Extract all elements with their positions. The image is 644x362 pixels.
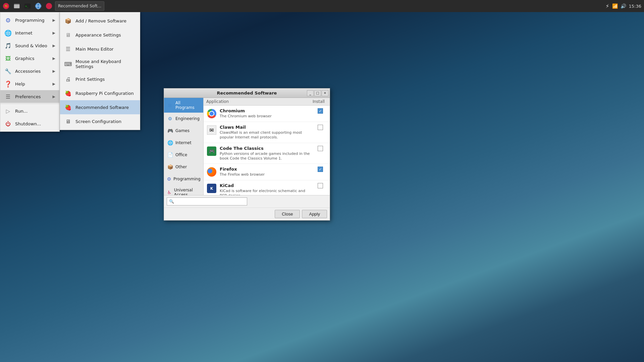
menu-arrow-sound-video: ▶ (53, 44, 55, 48)
terminal-icon[interactable]: >_ (23, 1, 32, 11)
search-icon: 🔍 (169, 199, 174, 204)
office-icon: 📄 (167, 152, 173, 158)
menu-item-run-label: Run... (15, 109, 28, 114)
file-manager-icon[interactable] (12, 1, 21, 11)
svg-text:>_: >_ (25, 5, 29, 8)
chromium-info: Chromium The Chromium web browser (220, 108, 311, 119)
search-bar: 🔍 (164, 195, 330, 208)
menu-item-programming[interactable]: ⚙ Programming ▶ (0, 14, 59, 26)
firefox-desc: The Firefox web browser (220, 172, 311, 177)
clawsmail-icon: ✉ (207, 125, 216, 135)
window-maximize-button[interactable]: □ (314, 90, 321, 96)
cat-all-programs-label: All Programs (175, 101, 201, 110)
codeclassics-icon-wrap: 🎮 (206, 146, 217, 157)
pref-raspi-config[interactable]: 🍓 Raspberry Pi Configuration (60, 86, 140, 100)
accessories-icon: 🔧 (4, 67, 12, 75)
chromium-desc: The Chromium web browser (220, 114, 311, 119)
chromium-check (314, 108, 327, 114)
menu-item-accessories[interactable]: 🔧 Accessories ▶ (0, 65, 59, 77)
apply-button[interactable]: Apply (302, 210, 327, 218)
close-button[interactable]: Close (275, 210, 300, 218)
window-close-button[interactable]: ✕ (322, 90, 328, 96)
main-menu: ⚙ Programming ▶ 🌐 Internet ▶ 🎵 Sound & V… (0, 12, 60, 132)
codeclassics-icon: 🎮 (207, 146, 216, 156)
window-minimize-button[interactable]: _ (307, 90, 314, 96)
chromium-name: Chromium (220, 108, 311, 113)
taskbar-active-app[interactable]: Recommended Soft... (55, 1, 104, 11)
clawsmail-name: Claws Mail (220, 125, 311, 130)
menu-item-help[interactable]: ❓ Help ▶ (0, 77, 59, 90)
raspberry-pi-menu-icon[interactable]: 🍓 (1, 1, 11, 11)
taskbar-app-label: Recommended Soft... (58, 4, 101, 8)
cat-internet[interactable]: 🌐 Internet (164, 137, 203, 149)
menu-item-shutdown-label: Shutdown... (15, 121, 41, 126)
engineering-icon: ⚙ (167, 115, 173, 122)
pref-mouse-keyboard[interactable]: ⌨ Mouse and Keyboard Settings (60, 56, 140, 72)
menu-item-graphics[interactable]: 🖼 Graphics ▶ (0, 52, 59, 65)
clawsmail-checkbox[interactable] (318, 125, 323, 130)
kicad-checkbox[interactable] (318, 183, 323, 188)
pref-screen-config[interactable]: 🖥 Screen Configuration (60, 114, 140, 128)
cat-programming-label: Programming (173, 177, 201, 181)
window-controls: _ □ ✕ (307, 90, 328, 96)
mouse-keyboard-icon: ⌨ (64, 60, 72, 68)
pref-rec-software-label: Recommended Software (75, 105, 129, 110)
games-icon: 🎮 (167, 127, 173, 134)
app-row-clawsmail: ✉ Claws Mail ClawsMail is an email clien… (204, 122, 330, 143)
run-icon: ▷ (4, 107, 12, 115)
cat-other[interactable]: 📦 Other (164, 161, 203, 173)
window-title: Recommended Software (217, 90, 277, 96)
cat-games-label: Games (175, 128, 190, 133)
firefox-checkbox[interactable] (318, 167, 323, 172)
clawsmail-info: Claws Mail ClawsMail is an email client … (220, 125, 311, 140)
pref-print-settings[interactable]: 🖨 Print Settings (60, 72, 140, 86)
menu-arrow-help: ▶ (53, 82, 55, 86)
screen-config-icon: 🖥 (64, 117, 72, 125)
cat-universal[interactable]: ♿ Universal Access (164, 185, 203, 195)
menu-arrow-programming: ▶ (53, 18, 55, 22)
codeclassics-name: Code The Classics (220, 146, 311, 151)
recommended-software-window: Recommended Software _ □ ✕ ⊞ All Program… (164, 88, 330, 221)
svg-text:🍓: 🍓 (4, 4, 8, 8)
cat-office[interactable]: 📄 Office (164, 149, 203, 161)
menu-item-shutdown[interactable]: ⏻ Shutdown... (0, 117, 59, 130)
menu-item-preferences[interactable]: ☰ Preferences ▶ (0, 90, 59, 103)
pref-appearance-label: Appearance Settings (75, 33, 121, 38)
col-install: Install (310, 99, 327, 104)
sound-video-icon: 🎵 (4, 42, 12, 49)
pref-screen-config-label: Screen Configuration (75, 119, 121, 124)
kicad-name: KiCad (220, 183, 311, 188)
pref-mouse-keyboard-label: Mouse and Keyboard Settings (75, 59, 136, 69)
pref-add-remove[interactable]: 📦 Add / Remove Software (60, 14, 140, 28)
codeclassics-checkbox[interactable] (318, 146, 323, 151)
programming-icon: ⚙ (4, 16, 12, 24)
clock: 15:36 (629, 4, 641, 9)
pref-rec-software[interactable]: 🍓 Recommended Software (60, 100, 140, 114)
web-browser-icon[interactable] (34, 1, 43, 11)
cat-engineering[interactable]: ⚙ Engineering (164, 113, 203, 125)
chromium-icon-wrap (206, 108, 217, 119)
cat-programming[interactable]: ⚙ Programming (164, 173, 203, 185)
raspi-icon[interactable] (44, 1, 54, 11)
kicad-icon-wrap: K (206, 183, 217, 194)
search-input-container[interactable]: 🔍 (167, 197, 247, 205)
cat-internet-label: Internet (175, 140, 192, 145)
pref-appearance[interactable]: 🖥 Appearance Settings (60, 28, 140, 42)
chromium-checkbox[interactable] (318, 108, 323, 114)
help-icon: ❓ (4, 80, 12, 87)
menu-item-run[interactable]: ▷ Run... (0, 105, 59, 117)
clawsmail-check (314, 125, 327, 130)
raspi-config-icon: 🍓 (64, 89, 72, 97)
app-row-firefox: Firefox The Firefox web browser (204, 164, 330, 180)
cat-games[interactable]: 🎮 Games (164, 125, 203, 137)
cat-all-programs[interactable]: ⊞ All Programs (164, 98, 203, 113)
preferences-icon: ☰ (4, 93, 12, 100)
app-panel: Application Install Chromium The Chromiu… (204, 98, 330, 195)
menu-item-internet[interactable]: 🌐 Internet ▶ (0, 26, 59, 39)
menu-item-preferences-label: Preferences (15, 94, 41, 99)
pref-raspi-config-label: Raspberry Pi Configuration (75, 91, 134, 96)
pref-main-menu-editor[interactable]: ☰ Main Menu Editor (60, 42, 140, 56)
menu-item-sound-video[interactable]: 🎵 Sound & Video ▶ (0, 39, 59, 52)
kicad-desc: KiCad is software for electronic schemat… (220, 189, 311, 195)
app-row-chromium: Chromium The Chromium web browser (204, 106, 330, 122)
